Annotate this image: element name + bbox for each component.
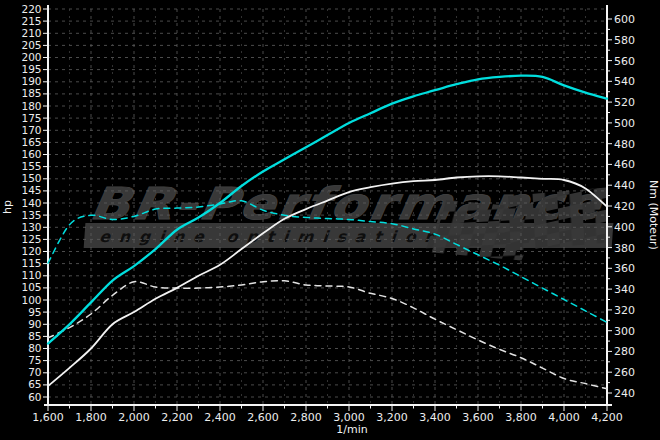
right-tick-label: 500	[614, 117, 635, 130]
x-tick-label: 2,000	[118, 411, 150, 424]
left-tick-label: 150	[21, 172, 41, 184]
x-tick-label: 3,600	[462, 411, 494, 424]
right-tick-label: 440	[614, 179, 635, 192]
right-tick-label: 260	[614, 366, 635, 379]
right-tick-label: 280	[614, 345, 635, 358]
left-tick-label: 75	[28, 354, 41, 366]
right-tick-label: 540	[614, 75, 635, 88]
left-tick-label: 155	[21, 160, 41, 172]
right-tick-label: 400	[614, 221, 635, 234]
right-tick-label: 580	[614, 34, 635, 47]
x-tick-label: 3,400	[419, 411, 451, 424]
left-tick-label: 125	[21, 233, 41, 245]
left-tick-label: 165	[21, 136, 41, 148]
x-tick-label: 3,200	[376, 411, 408, 424]
x-tick-label: 4,200	[591, 411, 623, 424]
left-tick-label: 190	[21, 75, 41, 87]
right-tick-label: 340	[614, 283, 635, 296]
left-tick-label: 205	[21, 39, 41, 51]
left-tick-label: 100	[21, 294, 41, 306]
left-tick-label: 115	[21, 257, 41, 269]
right-tick-label: 320	[614, 304, 635, 317]
left-tick-label: 185	[21, 87, 41, 99]
left-tick-label: 70	[28, 366, 41, 378]
left-tick-label: 220	[21, 3, 41, 15]
dyno-chart: BR-Performance engine optimisation 22021…	[0, 0, 660, 440]
left-tick-label: 80	[28, 342, 41, 354]
x-tick-label: 4,000	[548, 411, 580, 424]
left-tick-label: 65	[28, 378, 41, 390]
left-tick-label: 60	[28, 391, 41, 403]
right-tick-label: 520	[614, 96, 635, 109]
left-tick-label: 145	[21, 184, 41, 196]
left-tick-label: 210	[21, 27, 41, 39]
x-tick-label: 2,400	[204, 411, 236, 424]
left-tick-label: 195	[21, 63, 41, 75]
right-tick-label: 480	[614, 138, 635, 151]
left-tick-label: 130	[21, 221, 41, 233]
right-tick-label: 240	[614, 387, 635, 400]
left-axis-label: hp	[1, 200, 14, 214]
right-tick-label: 460	[614, 158, 635, 171]
left-tick-label: 95	[28, 306, 41, 318]
left-tick-label: 105	[21, 281, 41, 293]
left-tick-label: 140	[21, 197, 41, 209]
right-tick-label: 360	[614, 262, 635, 275]
right-tick-label: 420	[614, 200, 635, 213]
right-tick-label: 560	[614, 55, 635, 68]
left-tick-label: 110	[21, 269, 41, 281]
dyno-chart-window: BR-Performance engine optimisation 22021…	[0, 0, 660, 440]
x-tick-label: 2,600	[247, 411, 279, 424]
left-tick-label: 180	[21, 100, 41, 112]
left-tick-label: 200	[21, 51, 41, 63]
left-tick-label: 175	[21, 112, 41, 124]
x-tick-label: 3,800	[505, 411, 537, 424]
x-tick-label: 1,800	[75, 411, 107, 424]
left-tick-label: 215	[21, 15, 41, 27]
left-tick-label: 160	[21, 148, 41, 160]
left-tick-label: 120	[21, 245, 41, 257]
right-tick-label: 380	[614, 242, 635, 255]
left-tick-label: 170	[21, 124, 41, 136]
x-tick-label: 1,600	[32, 411, 64, 424]
x-tick-label: 2,200	[161, 411, 193, 424]
right-tick-label: 300	[614, 325, 635, 338]
left-tick-label: 90	[28, 318, 41, 330]
x-tick-label: 2,800	[290, 411, 322, 424]
x-axis-label: 1/min	[336, 423, 367, 436]
left-tick-label: 85	[28, 330, 41, 342]
right-axis-label: Nm (Moteur)	[647, 180, 660, 250]
right-tick-label: 600	[614, 13, 635, 26]
left-tick-label: 135	[21, 209, 41, 221]
